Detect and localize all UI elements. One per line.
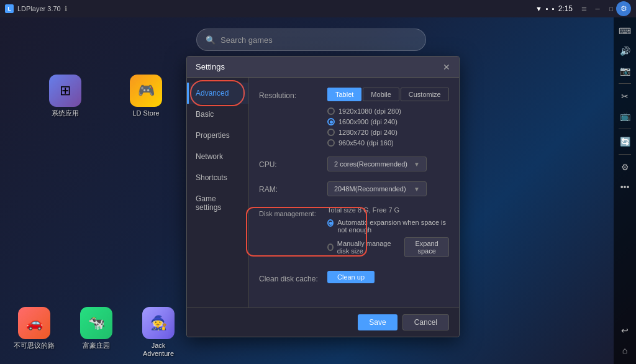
disk-radio-manual (327, 243, 334, 251)
resolution-label: Resolution: (259, 88, 321, 100)
tab-tablet[interactable]: Tablet (327, 88, 361, 101)
nav-item-shortcuts[interactable]: Shortcuts (187, 167, 248, 188)
settings-body: Advanced Basic Properties Network Shortc… (187, 78, 459, 307)
tab-customize[interactable]: Customize (401, 88, 449, 101)
desktop-icon-ldstore[interactable]: 🎮 LD Store (124, 75, 168, 117)
search-bar[interactable]: 🔍 (196, 29, 426, 51)
ram-label: RAM: (259, 181, 321, 194)
titlebar-right: ▼ ▪ ▪ 2:15 ⚙ ☰ ─ □ ✕ (535, 4, 631, 14)
resolution-options: 1920x1080 (dpi 280) 1600x900 (dpi 240) 1… (327, 107, 449, 147)
ldstore-label: LD Store (132, 109, 159, 117)
sidebar-screen-icon[interactable]: 📺 (616, 107, 634, 125)
disk-radio-auto (327, 219, 334, 227)
game3-label: Jack Adventure (137, 342, 180, 358)
wifi-icon: ▼ (535, 5, 542, 12)
nav-item-game-settings[interactable]: Game settings (187, 188, 248, 218)
game1-icon: 🚗 (18, 307, 50, 339)
radio-1 (327, 118, 335, 125)
tray-settings-button[interactable]: ⚙ (616, 1, 631, 16)
nav-item-advanced[interactable]: Advanced (187, 83, 248, 104)
save-button[interactable]: Save (358, 314, 397, 330)
search-input[interactable] (220, 35, 417, 45)
radio-0 (327, 107, 335, 115)
sidebar-home-icon[interactable]: ⌂ (616, 342, 634, 359)
maximize-button[interactable]: □ (605, 4, 617, 14)
settings-dialog: Settings ✕ Advanced Basic Properties Net… (186, 56, 460, 337)
clean-disk-label: Clean disk cache: (259, 271, 321, 283)
game2-label: 富豪庄园 (83, 342, 110, 350)
settings-titlebar: Settings ✕ (187, 57, 459, 78)
cpu-dropdown[interactable]: 2 cores(Recommended) ▼ (327, 157, 427, 171)
sidebar-scissors-icon[interactable]: ✂ (616, 88, 634, 105)
sidebar-volume-icon[interactable]: 🔊 (616, 42, 634, 60)
disk-label: Disk management: (259, 206, 321, 217)
sidebar-rotate-icon[interactable]: 🔄 (616, 133, 634, 150)
ram-dropdown[interactable]: 2048M(Recommended) ▼ (327, 181, 427, 196)
radio-2 (327, 129, 335, 136)
resolution-option-1[interactable]: 1600x900 (dpi 240) (327, 118, 449, 125)
info-icon: ℹ (65, 5, 67, 13)
cpu-label: CPU: (259, 157, 321, 169)
sidebar-keyboard-icon[interactable]: ⌨ (616, 22, 634, 40)
ram-dropdown-arrow: ▼ (414, 186, 420, 193)
app-title: LDPlayer 3.70 (17, 5, 61, 12)
game2-icon: 🐄 (80, 307, 112, 339)
dialog-footer: Save Cancel (187, 307, 459, 337)
sidebar-divider-3 (619, 154, 631, 155)
cpu-row: CPU: 2 cores(Recommended) ▼ (259, 157, 449, 171)
nav-item-properties[interactable]: Properties (187, 125, 248, 146)
right-sidebar: ⌨ 🔊 📷 ✂ 📺 🔄 ⚙ ••• ↩ ⌂ (614, 17, 636, 364)
cpu-controls: 2 cores(Recommended) ▼ (327, 157, 449, 171)
sidebar-back-icon[interactable]: ↩ (616, 322, 634, 339)
tab-mobile[interactable]: Mobile (363, 88, 399, 101)
cleanup-button[interactable]: Clean up (327, 271, 375, 283)
resolution-row: Resolution: Tablet Mobile Customize 1920… (259, 88, 449, 147)
settings-nav: Advanced Basic Properties Network Shortc… (187, 78, 249, 307)
cancel-button[interactable]: Cancel (402, 314, 449, 330)
search-icon: 🔍 (206, 35, 216, 45)
resolution-option-3[interactable]: 960x540 (dpi 160) (327, 139, 449, 147)
ldstore-icon: 🎮 (130, 75, 162, 107)
desktop-icon-sysapp[interactable]: ⊞ 系统应用 (43, 75, 87, 117)
expand-space-button[interactable]: Expand space (404, 237, 449, 257)
sidebar-camera-icon[interactable]: 📷 (616, 62, 634, 80)
minimize-button[interactable]: ─ (591, 4, 604, 14)
disk-row: Disk management: Total size 8 G, Free 7 … (259, 206, 449, 261)
desktop-icon-game1[interactable]: 🚗 不可思议的路 (12, 307, 56, 358)
resolution-controls: Tablet Mobile Customize 1920x1080 (dpi 2… (327, 88, 449, 147)
sidebar-more-icon[interactable]: ••• (616, 178, 634, 196)
system-tray: ▼ ▪ ▪ 2:15 (535, 4, 573, 13)
resolution-tabs: Tablet Mobile Customize (327, 88, 449, 101)
disk-manual-option[interactable]: Manually manage disk size Expand space (327, 237, 449, 257)
disk-controls: Total size 8 G, Free 7 G Automatic expan… (327, 206, 449, 261)
settings-close-button[interactable]: ✕ (443, 62, 450, 72)
menu-button[interactable]: ☰ (578, 4, 590, 14)
nav-item-basic[interactable]: Basic (187, 104, 248, 125)
clean-disk-row: Clean disk cache: Clean up (259, 271, 449, 283)
settings-title: Settings (196, 62, 225, 71)
disk-auto-option[interactable]: Automatic expansion when space is not en… (327, 219, 449, 234)
battery-icon: ▪ (546, 5, 548, 12)
game1-label: 不可思议的路 (14, 342, 55, 350)
resolution-option-0[interactable]: 1920x1080 (dpi 280) (327, 107, 449, 115)
bottom-icons-row: 🚗 不可思议的路 🐄 富豪庄园 🧙 Jack Adventure (12, 307, 180, 358)
sysapp-label: 系统应用 (52, 109, 79, 117)
app-logo: L (5, 4, 14, 13)
desktop-icon-game3[interactable]: 🧙 Jack Adventure (137, 307, 180, 358)
settings-content: Resolution: Tablet Mobile Customize 1920… (249, 78, 459, 307)
resolution-option-2[interactable]: 1280x720 (dpi 240) (327, 129, 449, 136)
disk-info: Total size 8 G, Free 7 G (327, 206, 449, 214)
desktop-icon-game2[interactable]: 🐄 富豪庄园 (75, 307, 118, 358)
battery-level-icon: ▪ (552, 5, 555, 12)
radio-3 (327, 139, 335, 147)
sidebar-divider-1 (619, 83, 631, 84)
ram-row: RAM: 2048M(Recommended) ▼ (259, 181, 449, 196)
game3-icon: 🧙 (142, 307, 175, 339)
cpu-dropdown-arrow: ▼ (414, 161, 420, 168)
titlebar-left: L LDPlayer 3.70 ℹ (5, 4, 67, 13)
nav-item-network[interactable]: Network (187, 146, 248, 167)
sidebar-divider-2 (619, 129, 631, 129)
titlebar: L LDPlayer 3.70 ℹ ▼ ▪ ▪ 2:15 ⚙ ☰ ─ □ ✕ (0, 0, 636, 17)
sysapp-icon: ⊞ (49, 75, 81, 107)
sidebar-settings-icon[interactable]: ⚙ (616, 158, 634, 176)
